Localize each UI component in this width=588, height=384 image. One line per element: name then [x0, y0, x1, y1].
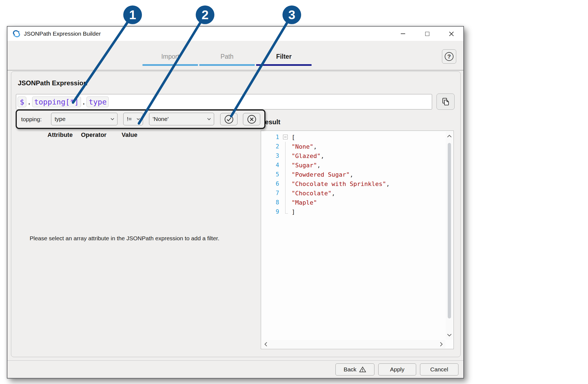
jsonpath-expression-input[interactable]: $.topping[*].type: [16, 94, 432, 109]
chevron-down-icon: [136, 118, 140, 120]
fold-toggle[interactable]: [279, 132, 292, 142]
back-button[interactable]: Back: [335, 363, 374, 375]
fold-line: [285, 207, 285, 214]
callout-badge: [282, 5, 301, 24]
expression-separator: .: [26, 98, 32, 106]
line-number: 9: [261, 208, 279, 215]
scroll-up-icon[interactable]: [446, 132, 453, 140]
code-text: "Chocolate with Sprinkles",: [292, 180, 390, 187]
tab-label: Import: [142, 53, 198, 64]
app-icon: [12, 30, 21, 38]
x-circle-icon: [247, 114, 257, 124]
line-number: 8: [261, 199, 279, 206]
tab-underline: [142, 64, 198, 66]
scroll-down-icon[interactable]: [446, 331, 453, 338]
screenshot-stage: JSONPath Expression Builder ImportPathFi…: [0, 0, 588, 384]
chevron-down-icon: [207, 118, 211, 120]
result-panel: 1[2"None",3"Glazed",4"Sugar",5"Powdered …: [261, 131, 454, 349]
code-line: 3"Glazed",: [261, 151, 445, 160]
chevron-down-icon: [110, 118, 114, 120]
window-title: JSONPath Expression Builder: [24, 30, 101, 37]
fold-line: [285, 151, 285, 160]
fold-line: [285, 188, 285, 198]
fold-guide: [279, 142, 292, 151]
line-number: 6: [261, 180, 279, 187]
line-number: 1: [261, 134, 279, 140]
code-line: 5"Powdered Sugar",: [261, 170, 445, 179]
maximize-icon: [425, 32, 429, 36]
remove-filter-button[interactable]: [243, 113, 260, 125]
expression-separator: .: [81, 98, 86, 106]
code-text: [: [292, 134, 295, 141]
filter-row-callout: topping: type != 'None': [16, 109, 265, 129]
value-dropdown[interactable]: 'None': [149, 113, 214, 125]
code-line: 1[: [261, 132, 445, 142]
result-code: 1[2"None",3"Glazed",4"Sugar",5"Powdered …: [261, 132, 445, 216]
expression-token[interactable]: topping[*]: [32, 97, 81, 107]
warning-icon: [359, 366, 366, 373]
expression-section-label: JSONPath Expression: [18, 79, 87, 87]
copy-icon: [441, 97, 450, 107]
code-line: 9]: [261, 207, 445, 216]
tab-label: Filter: [256, 53, 312, 64]
expression-token[interactable]: $: [18, 97, 26, 107]
help-button[interactable]: ?: [442, 49, 456, 64]
close-button[interactable]: [439, 27, 463, 41]
callout-badge: [196, 5, 214, 24]
operator-dropdown-value: !=: [127, 116, 132, 122]
value-column-header: Value: [122, 131, 137, 139]
close-icon: [449, 31, 454, 36]
horizontal-scrollbar[interactable]: [262, 340, 445, 348]
code-text: "None",: [292, 143, 317, 150]
minimize-icon: [401, 33, 405, 34]
apply-button-label: Apply: [390, 366, 405, 373]
collapse-icon[interactable]: [283, 135, 288, 139]
fold-guide: [279, 179, 292, 188]
fold-line: [285, 179, 285, 188]
tab-bar: ImportPathFilter: [142, 53, 313, 66]
code-text: "Sugar",: [292, 162, 321, 169]
window-controls: [391, 27, 463, 41]
back-button-label: Back: [344, 366, 357, 373]
scroll-right-icon[interactable]: [438, 341, 445, 348]
copy-expression-button[interactable]: [436, 94, 455, 110]
code-line: 8"Maple": [261, 198, 445, 207]
tab-underline: [256, 64, 312, 66]
line-number: 7: [261, 190, 279, 196]
filter-column-headers: Attribute Operator Value: [11, 131, 154, 139]
cancel-button[interactable]: Cancel: [420, 363, 458, 375]
cancel-button-label: Cancel: [430, 366, 448, 373]
fold-guide: [279, 207, 292, 216]
tab-import[interactable]: Import: [142, 53, 198, 66]
tab-filter[interactable]: Filter: [256, 53, 312, 66]
callout-number: 2: [201, 8, 209, 22]
code-text: "Powdered Sugar",: [292, 171, 353, 178]
callout-number: 1: [129, 8, 136, 22]
attribute-column-header: Attribute: [47, 131, 73, 139]
maximize-button[interactable]: [415, 27, 439, 41]
confirm-filter-button[interactable]: [220, 113, 237, 125]
fold-line: [285, 198, 285, 207]
expression-token[interactable]: type: [86, 97, 109, 107]
line-number: 3: [261, 153, 279, 159]
help-icon: ?: [445, 52, 453, 61]
vertical-scroll-thumb[interactable]: [448, 143, 451, 318]
apply-button[interactable]: Apply: [378, 363, 416, 375]
code-line: 4"Sugar",: [261, 160, 445, 170]
tab-path[interactable]: Path: [199, 53, 255, 66]
minimize-button[interactable]: [391, 27, 415, 41]
fold-line: [285, 170, 285, 179]
attribute-dropdown[interactable]: type: [51, 113, 117, 125]
fold-guide: [279, 160, 292, 170]
operator-dropdown[interactable]: !=: [123, 113, 143, 125]
attribute-dropdown-value: type: [55, 116, 66, 122]
scroll-left-icon[interactable]: [262, 341, 269, 348]
code-text: "Glazed",: [292, 153, 324, 159]
tab-label: Path: [199, 53, 255, 64]
tab-separator: [7, 70, 463, 70]
titlebar: JSONPath Expression Builder: [7, 27, 463, 41]
vertical-scrollbar[interactable]: [446, 131, 453, 340]
callout-badge: [123, 5, 142, 24]
fold-guide: [279, 170, 292, 179]
code-text: ]: [292, 208, 295, 215]
